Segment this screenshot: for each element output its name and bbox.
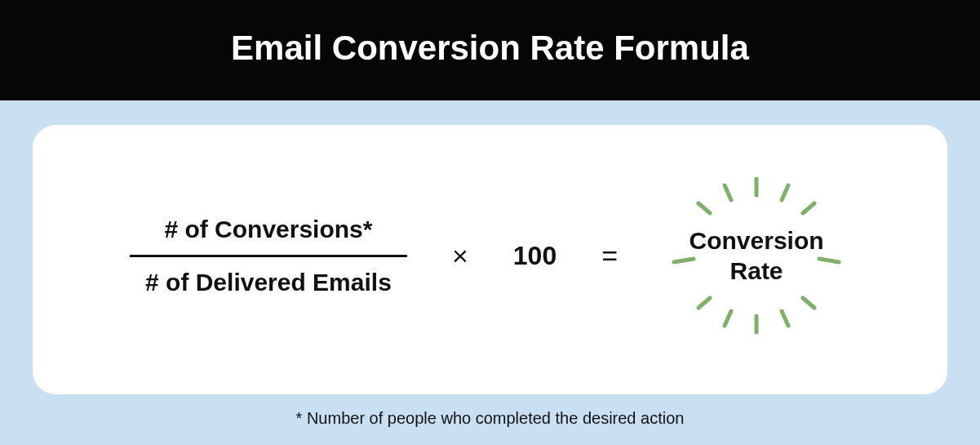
multiply-sign: ×	[452, 240, 468, 272]
result: Conversion Rate	[663, 174, 850, 337]
result-label: Conversion Rate	[690, 225, 824, 287]
body-area: # of Conversions* # of Delivered Emails …	[0, 100, 980, 445]
result-line1: Conversion	[690, 227, 824, 254]
numerator: # of Conversions*	[164, 216, 372, 255]
svg-line-8	[698, 298, 710, 308]
svg-line-9	[803, 298, 814, 308]
svg-line-4	[803, 203, 814, 213]
svg-line-1	[725, 185, 731, 200]
equals-sign: =	[601, 240, 618, 272]
svg-line-7	[782, 311, 788, 326]
denominator: # of Delivered Emails	[145, 257, 392, 296]
svg-line-6	[725, 311, 731, 326]
svg-line-2	[782, 185, 788, 200]
fraction: # of Conversions* # of Delivered Emails	[130, 216, 407, 296]
formula-card: # of Conversions* # of Delivered Emails …	[33, 125, 947, 394]
footnote: * Number of people who completed the des…	[296, 409, 685, 428]
svg-line-3	[698, 203, 710, 213]
result-line2: Rate	[730, 257, 783, 284]
constant-100: 100	[513, 241, 557, 271]
page-title: Email Conversion Rate Formula	[231, 29, 749, 67]
header-bar: Email Conversion Rate Formula	[0, 0, 980, 100]
